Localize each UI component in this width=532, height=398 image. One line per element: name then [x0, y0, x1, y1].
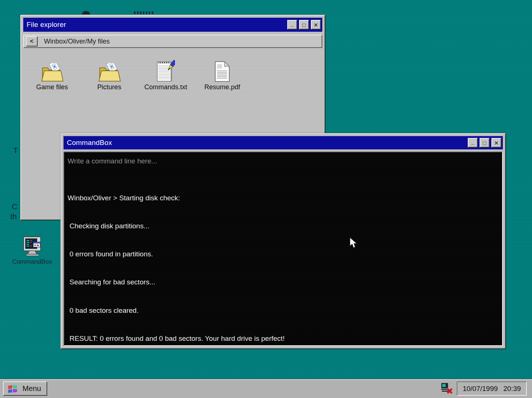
- partial-desktop-text: T: [13, 146, 18, 155]
- file-label: Commands.txt: [138, 83, 193, 91]
- close-button[interactable]: ✕: [491, 138, 501, 148]
- desktop: T C th File explorer _ □ ✕ < Winbox/Oliv…: [0, 0, 532, 398]
- terminal-output: Winbox/Oliver > Starting disk check: Che…: [68, 174, 498, 346]
- chevron-left-icon: <: [30, 38, 34, 45]
- file-label: Resume.pdf: [195, 83, 250, 91]
- maximize-button[interactable]: □: [480, 138, 490, 148]
- file-label: Pictures: [82, 83, 137, 91]
- network-disconnected-icon[interactable]: [440, 383, 453, 394]
- clock-date: 10/07/1999: [463, 385, 498, 393]
- minimize-button[interactable]: _: [287, 20, 297, 30]
- file-item-game-files[interactable]: Game files: [24, 58, 80, 91]
- file-explorer-titlebar[interactable]: File explorer _ □ ✕: [23, 18, 322, 32]
- partial-desktop-text: C: [12, 202, 17, 211]
- file-item-commands-txt[interactable]: Commands.txt: [138, 58, 193, 91]
- terminal-output-line: Checking disk partitions...: [68, 221, 498, 231]
- commandbox-window: CommandBox _ □ ✕ Write a command line he…: [61, 133, 506, 349]
- close-icon: ✕: [313, 22, 318, 28]
- file-item-pictures[interactable]: Pictures: [82, 58, 137, 91]
- desktop-icon-commandbox[interactable]: CommandBox: [9, 236, 55, 266]
- terminal-output-line: RESULT: 0 errors found and 0 bad sectors…: [68, 334, 498, 343]
- address-bar: < Winbox/Oliver/My files: [23, 35, 322, 48]
- terminal-output-line: Winbox/Oliver > Starting disk check:: [68, 193, 498, 203]
- computer-monitor-icon: [9, 236, 55, 257]
- taskbar-clock[interactable]: 10/07/1999 20:39: [457, 381, 527, 396]
- mouse-cursor: [349, 237, 358, 249]
- partial-desktop-text: th: [10, 212, 17, 221]
- maximize-button[interactable]: □: [299, 20, 309, 30]
- minimize-icon: _: [471, 139, 474, 145]
- back-button[interactable]: <: [26, 36, 38, 46]
- folder-open-icon: [24, 58, 80, 82]
- taskbar: Menu 10/07/1999 20:39: [0, 379, 532, 398]
- file-item-resume-pdf[interactable]: Resume.pdf: [195, 58, 250, 91]
- hidden-desktop-icon-fragment: [82, 11, 90, 14]
- menu-logo-icon: [7, 384, 18, 394]
- address-path[interactable]: Winbox/Oliver/My files: [44, 38, 110, 45]
- commandbox-titlebar[interactable]: CommandBox _ □ ✕: [64, 136, 503, 149]
- minimize-icon: _: [291, 21, 294, 27]
- hidden-desktop-icon-fragment: [134, 11, 153, 14]
- file-explorer-title: File explorer: [27, 21, 285, 29]
- close-button[interactable]: ✕: [311, 20, 321, 30]
- commandbox-title: CommandBox: [67, 139, 466, 147]
- close-icon: ✕: [494, 140, 499, 146]
- clock-time: 20:39: [503, 385, 521, 393]
- menu-button-label: Menu: [23, 384, 41, 393]
- terminal-output-line: Searching for bad sectors...: [68, 277, 498, 287]
- document-icon: [195, 58, 250, 82]
- file-label: Game files: [24, 83, 80, 91]
- maximize-icon: □: [483, 140, 486, 146]
- notepad-icon: [138, 58, 193, 82]
- desktop-icon-label: CommandBox: [9, 258, 55, 266]
- menu-button[interactable]: Menu: [3, 381, 47, 396]
- terminal[interactable]: Write a command line here... Winbox/Oliv…: [64, 152, 503, 346]
- minimize-button[interactable]: _: [468, 138, 478, 148]
- terminal-output-line: 0 bad sectors cleared.: [68, 306, 498, 315]
- maximize-icon: □: [302, 22, 306, 28]
- command-input-placeholder[interactable]: Write a command line here...: [68, 157, 498, 166]
- folder-open-icon: [82, 58, 137, 82]
- terminal-output-line: 0 errors found in partitions.: [68, 249, 498, 259]
